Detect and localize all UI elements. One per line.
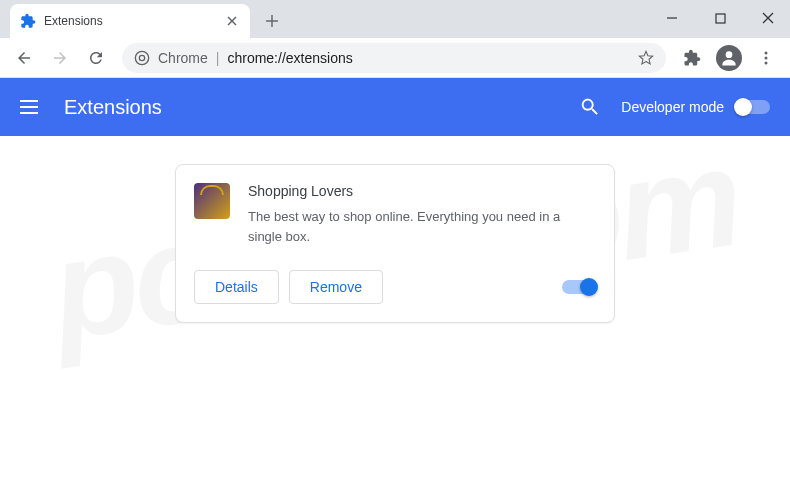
content-area: pcrisk.com Shopping Lovers The best way … <box>0 136 790 351</box>
remove-button[interactable]: Remove <box>289 270 383 304</box>
menu-button[interactable] <box>750 42 782 74</box>
extension-enable-toggle[interactable] <box>562 280 596 294</box>
chrome-icon <box>134 50 150 66</box>
toolbar: Chrome | chrome://extensions <box>0 38 790 78</box>
svg-rect-1 <box>716 14 725 23</box>
omnibox-prefix: Chrome <box>158 50 208 66</box>
close-window-button[interactable] <box>758 8 778 28</box>
extension-app-icon <box>194 183 230 219</box>
search-icon[interactable] <box>579 96 601 118</box>
svg-point-11 <box>765 51 768 54</box>
back-button[interactable] <box>8 42 40 74</box>
developer-mode-toggle[interactable] <box>736 100 770 114</box>
svg-point-12 <box>765 56 768 59</box>
close-tab-button[interactable] <box>224 13 240 29</box>
svg-point-8 <box>135 51 148 64</box>
details-button[interactable]: Details <box>194 270 279 304</box>
browser-tab[interactable]: Extensions <box>10 4 250 38</box>
svg-point-13 <box>765 61 768 64</box>
tab-title: Extensions <box>44 14 216 28</box>
minimize-button[interactable] <box>662 8 682 28</box>
extension-icon <box>20 13 36 29</box>
new-tab-button[interactable] <box>258 7 286 35</box>
developer-mode-label: Developer mode <box>621 99 724 115</box>
address-bar[interactable]: Chrome | chrome://extensions <box>122 43 666 73</box>
page-title: Extensions <box>64 96 579 119</box>
maximize-button[interactable] <box>710 8 730 28</box>
svg-point-9 <box>139 55 144 60</box>
bookmark-star-icon[interactable] <box>638 50 654 66</box>
forward-button <box>44 42 76 74</box>
extension-name: Shopping Lovers <box>248 183 596 199</box>
hamburger-menu-icon[interactable] <box>20 95 44 119</box>
profile-avatar[interactable] <box>716 45 742 71</box>
reload-button[interactable] <box>80 42 112 74</box>
omnibox-url: chrome://extensions <box>227 50 630 66</box>
extension-description: The best way to shop online. Everything … <box>248 207 596 246</box>
page-header: Extensions Developer mode <box>0 78 790 136</box>
extensions-toolbar-icon[interactable] <box>676 42 708 74</box>
svg-point-10 <box>726 51 733 58</box>
omnibox-separator: | <box>216 50 220 66</box>
extension-card: Shopping Lovers The best way to shop onl… <box>175 164 615 323</box>
